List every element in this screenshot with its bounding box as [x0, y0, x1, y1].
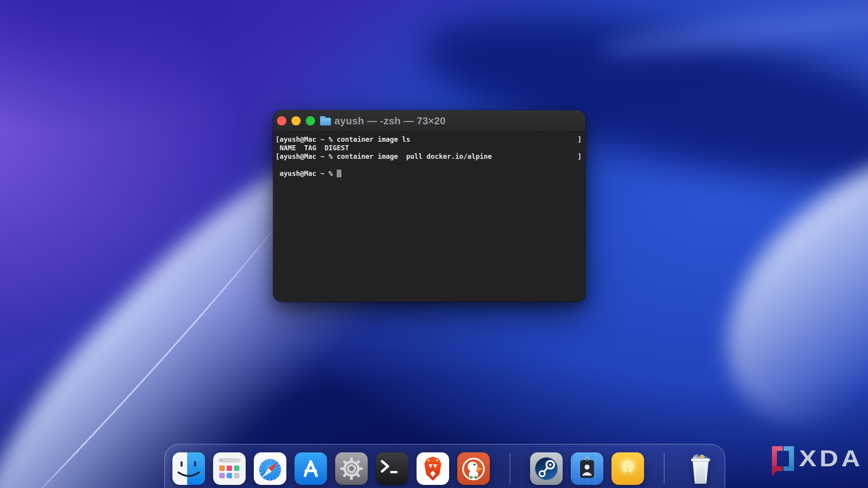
dock-item-finder[interactable]: [172, 452, 205, 485]
launchpad-icon: [213, 452, 246, 485]
dock-separator: [510, 453, 510, 484]
terminal-line: [ayush@Mac ~ % container image ls]: [276, 135, 582, 144]
dock-item-lightbulb-notes[interactable]: [611, 452, 644, 485]
duckduckgo-icon: [457, 452, 490, 485]
trash-full-icon: [684, 452, 717, 485]
xda-logo-text: XDA: [799, 446, 863, 471]
terminal-line: [ayush@Mac ~ % container image pull dock…: [276, 152, 582, 161]
terminal-content[interactable]: [ayush@Mac ~ % container image ls] NAME …: [273, 132, 586, 178]
gear-icon: [335, 452, 368, 485]
titlebar-proxy-group: ayush — -zsh — 73×20: [320, 110, 446, 131]
terminal-titlebar[interactable]: ayush — -zsh — 73×20: [273, 110, 586, 132]
xda-brackets-icon: [772, 446, 795, 473]
terminal-line: ayush@Mac ~ %: [276, 169, 582, 178]
safari-icon: [254, 452, 286, 485]
finder-icon: [172, 452, 205, 485]
dock-item-duckduckgo[interactable]: [457, 452, 490, 485]
terminal-line-mark: ]: [577, 152, 582, 161]
dock: [164, 444, 725, 488]
dock-item-id-badge-app[interactable]: [571, 452, 603, 485]
terminal-line: NAME TAG DIGEST: [276, 144, 582, 152]
dock-item-system-settings[interactable]: [335, 452, 368, 485]
close-button[interactable]: [277, 116, 286, 125]
terminal-line-text: NAME TAG DIGEST: [276, 144, 349, 152]
steam-icon: [530, 452, 563, 485]
dock-item-terminal[interactable]: [376, 452, 408, 485]
minimize-button[interactable]: [291, 116, 301, 125]
dock-item-launchpad[interactable]: [213, 452, 246, 485]
terminal-app-icon: [376, 452, 408, 485]
xda-watermark: XDA: [772, 446, 856, 473]
window-controls: [277, 116, 315, 125]
dock-item-brave[interactable]: [417, 452, 449, 485]
terminal-line-text: [ayush@Mac ~ % container image pull dock…: [276, 153, 492, 160]
dock-item-safari[interactable]: [254, 452, 286, 485]
brave-lion-icon: [417, 452, 449, 485]
terminal-line-text: ayush@Mac ~ %: [276, 170, 337, 177]
terminal-window: ayush — -zsh — 73×20 [ayush@Mac ~ % cont…: [273, 110, 586, 302]
app-store-icon: [294, 452, 327, 485]
window-title: ayush — -zsh — 73×20: [334, 115, 446, 127]
folder-icon: [320, 118, 331, 125]
id-badge-icon: [571, 452, 603, 485]
dock-item-app-store[interactable]: [294, 452, 327, 485]
dock-item-steam[interactable]: [530, 452, 563, 485]
dock-separator: [664, 453, 665, 484]
dock-item-trash[interactable]: [684, 452, 717, 485]
zoom-button[interactable]: [306, 116, 315, 125]
terminal-line-text: [ayush@Mac ~ % container image ls: [276, 136, 410, 143]
terminal-line: [276, 161, 582, 169]
terminal-cursor: [337, 170, 341, 177]
lightbulb-icon: [611, 452, 644, 485]
terminal-line-mark: ]: [577, 135, 582, 144]
